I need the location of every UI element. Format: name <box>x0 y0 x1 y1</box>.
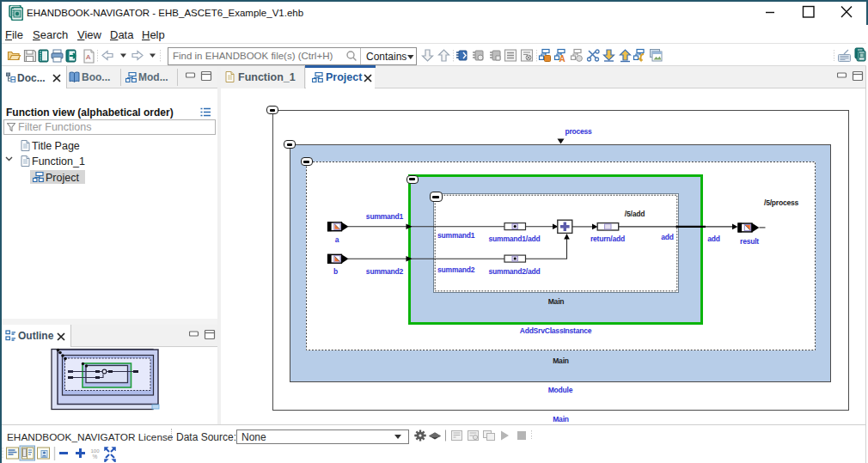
svg-text:%: % <box>93 454 98 460</box>
